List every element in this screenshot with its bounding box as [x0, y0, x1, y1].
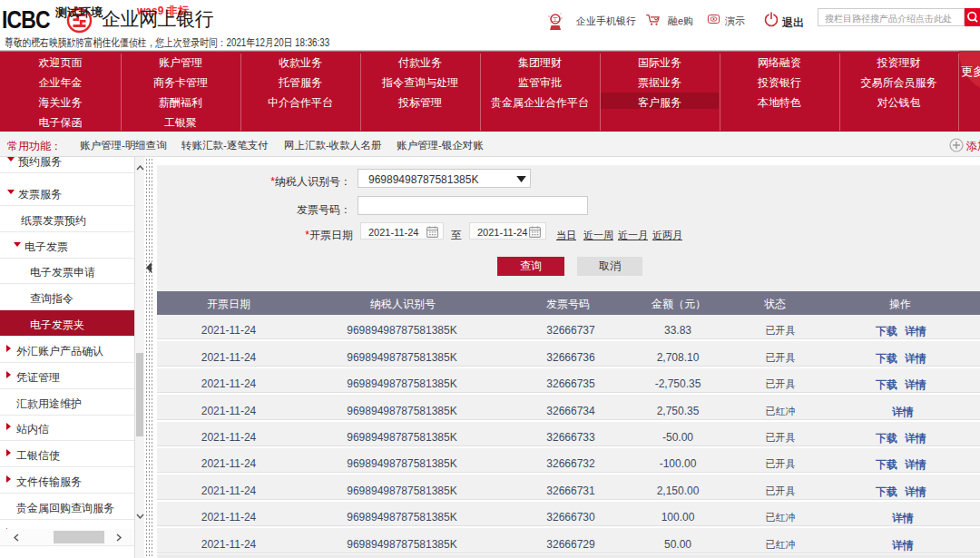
svg-text:工: 工 [553, 16, 559, 23]
